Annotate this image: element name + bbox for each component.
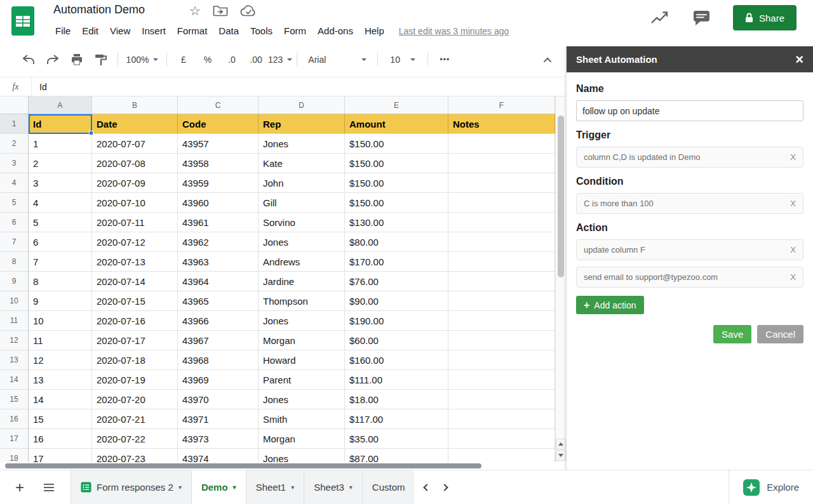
more-options-button[interactable]: ••• bbox=[433, 50, 457, 69]
cell-E12[interactable]: $60.00 bbox=[345, 331, 448, 350]
cell-D6[interactable]: Sorvino bbox=[259, 213, 345, 232]
menu-data[interactable]: Data bbox=[213, 23, 245, 39]
last-edit-link[interactable]: Last edit was 3 minutes ago bbox=[399, 26, 509, 36]
cell-D17[interactable]: Morgan bbox=[259, 429, 345, 449]
star-icon[interactable]: ☆ bbox=[189, 4, 201, 17]
column-header-f[interactable]: F bbox=[448, 96, 555, 114]
horizontal-scrollbar-thumb[interactable] bbox=[5, 463, 481, 468]
cell-A10[interactable]: 9 bbox=[29, 291, 92, 311]
cell-A14[interactable]: 13 bbox=[29, 370, 92, 390]
cell-F13[interactable] bbox=[448, 350, 555, 370]
cell-B17[interactable]: 2020-07-22 bbox=[92, 429, 178, 449]
menu-form[interactable]: Form bbox=[278, 23, 312, 39]
explore-button[interactable]: Explore bbox=[729, 470, 813, 504]
cell-F6[interactable] bbox=[448, 213, 555, 232]
remove-action-button[interactable]: X bbox=[785, 272, 796, 282]
row-header-7[interactable]: 7 bbox=[0, 232, 29, 252]
cell-C16[interactable]: 43971 bbox=[178, 409, 259, 429]
vertical-scrollbar[interactable] bbox=[555, 96, 566, 462]
cell-C11[interactable]: 43966 bbox=[178, 311, 259, 331]
cell-B2[interactable]: 2020-07-07 bbox=[92, 134, 178, 154]
cell-D12[interactable]: Morgan bbox=[259, 331, 345, 350]
cell-B7[interactable]: 2020-07-12 bbox=[92, 232, 178, 252]
cell-C3[interactable]: 43958 bbox=[178, 154, 259, 173]
tab-menu-caret[interactable]: ▾ bbox=[349, 484, 353, 491]
cell-A7[interactable]: 6 bbox=[29, 232, 92, 252]
cell-D3[interactable]: Kate bbox=[259, 154, 345, 173]
row-header-12[interactable]: 12 bbox=[0, 331, 29, 350]
cell-F7[interactable] bbox=[448, 232, 555, 252]
cell-E10[interactable]: $90.00 bbox=[345, 291, 448, 311]
column-header-d[interactable]: D bbox=[259, 96, 345, 114]
save-button[interactable]: Save bbox=[713, 325, 751, 343]
cell-C1[interactable]: Code bbox=[178, 114, 259, 134]
cell-F18[interactable] bbox=[448, 449, 555, 462]
cell-B9[interactable]: 2020-07-14 bbox=[92, 272, 178, 291]
cell-F1[interactable]: Notes bbox=[448, 114, 555, 134]
cell-C18[interactable]: 43974 bbox=[178, 449, 259, 462]
grid-corner[interactable] bbox=[0, 96, 29, 114]
tab-menu-caret[interactable]: ▾ bbox=[291, 484, 294, 491]
row-header-4[interactable]: 4 bbox=[0, 173, 29, 193]
cell-A13[interactable]: 12 bbox=[29, 350, 92, 370]
undo-button[interactable] bbox=[17, 50, 41, 69]
row-header-6[interactable]: 6 bbox=[0, 213, 29, 232]
all-sheets-menu-icon[interactable] bbox=[38, 477, 60, 498]
menu-file[interactable]: File bbox=[50, 23, 76, 39]
column-header-b[interactable]: B bbox=[92, 96, 178, 114]
sheet-tab-demo[interactable]: Demo▾ bbox=[191, 470, 246, 504]
currency-format-button[interactable]: £ bbox=[171, 50, 196, 69]
cell-C15[interactable]: 43970 bbox=[178, 390, 259, 409]
paint-format-button[interactable] bbox=[89, 50, 113, 69]
row-header-3[interactable]: 3 bbox=[0, 154, 29, 173]
fill-handle[interactable] bbox=[89, 131, 93, 135]
cell-A15[interactable]: 14 bbox=[29, 390, 92, 409]
cell-C7[interactable]: 43962 bbox=[178, 232, 259, 252]
cell-F16[interactable] bbox=[448, 409, 555, 429]
cell-D14[interactable]: Parent bbox=[259, 370, 345, 390]
cell-A8[interactable]: 7 bbox=[29, 252, 92, 272]
cell-A5[interactable]: 4 bbox=[29, 193, 92, 213]
cell-C9[interactable]: 43964 bbox=[178, 272, 259, 291]
cell-E1[interactable]: Amount bbox=[345, 114, 448, 134]
menu-add-ons[interactable]: Add-ons bbox=[312, 23, 359, 39]
cell-F9[interactable] bbox=[448, 272, 555, 291]
cell-A9[interactable]: 8 bbox=[29, 272, 92, 291]
cell-B11[interactable]: 2020-07-16 bbox=[92, 311, 178, 331]
scroll-down-button[interactable] bbox=[556, 450, 566, 461]
cell-D18[interactable]: Jones bbox=[259, 449, 345, 462]
cell-E17[interactable]: $35.00 bbox=[345, 429, 448, 449]
cell-A1[interactable]: Id bbox=[29, 114, 92, 134]
cell-D8[interactable]: Andrews bbox=[259, 252, 345, 272]
cell-F4[interactable] bbox=[448, 173, 555, 193]
remove-condition-button[interactable]: X bbox=[785, 199, 796, 208]
column-header-c[interactable]: C bbox=[178, 96, 259, 114]
cell-B14[interactable]: 2020-07-19 bbox=[92, 370, 178, 390]
cell-E16[interactable]: $117.00 bbox=[345, 409, 448, 429]
menu-tools[interactable]: Tools bbox=[245, 23, 278, 39]
sheet-tab-form-responses-2[interactable]: Form responses 2▾ bbox=[71, 470, 192, 504]
cell-A11[interactable]: 10 bbox=[29, 311, 92, 331]
cell-F17[interactable] bbox=[448, 429, 555, 449]
cell-A18[interactable]: 17 bbox=[29, 449, 92, 462]
cell-D1[interactable]: Rep bbox=[259, 114, 345, 134]
cell-F15[interactable] bbox=[448, 390, 555, 409]
cell-B5[interactable]: 2020-07-10 bbox=[92, 193, 178, 213]
cell-F10[interactable] bbox=[448, 291, 555, 311]
cell-B4[interactable]: 2020-07-09 bbox=[92, 173, 178, 193]
menu-help[interactable]: Help bbox=[359, 23, 390, 39]
cell-C13[interactable]: 43968 bbox=[178, 350, 259, 370]
cell-D11[interactable]: Jones bbox=[259, 311, 345, 331]
add-action-button[interactable]: + Add action bbox=[576, 296, 644, 314]
cell-D7[interactable]: Jones bbox=[259, 232, 345, 252]
row-header-18[interactable]: 18 bbox=[0, 449, 29, 462]
tab-menu-caret[interactable]: ▾ bbox=[233, 484, 236, 491]
cell-B3[interactable]: 2020-07-08 bbox=[92, 154, 178, 173]
cell-B8[interactable]: 2020-07-13 bbox=[92, 252, 178, 272]
cell-B18[interactable]: 2020-07-23 bbox=[92, 449, 178, 462]
cell-E18[interactable]: $87.00 bbox=[345, 449, 448, 462]
sheet-tab-custom[interactable]: Custom bbox=[362, 470, 415, 504]
cell-D13[interactable]: Howard bbox=[259, 350, 345, 370]
column-header-e[interactable]: E bbox=[345, 96, 448, 114]
cell-A4[interactable]: 3 bbox=[29, 173, 92, 193]
